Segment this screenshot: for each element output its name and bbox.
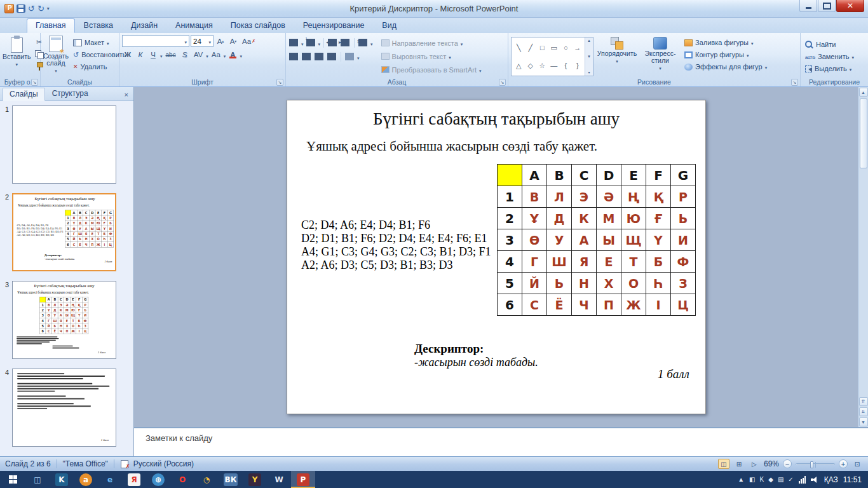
tray-update-icon[interactable]: ✓ (788, 476, 793, 483)
slide-thumbnail-2[interactable]: Бүгінгі сабақтың тақырыбын ашу Ұяшық адр… (12, 193, 116, 271)
letter-cell[interactable]: Ц (671, 294, 696, 316)
letter-cell[interactable]: Ь (671, 208, 696, 229)
letter-cell[interactable]: І (646, 294, 671, 316)
letter-cell[interactable]: З (671, 273, 696, 294)
bold-button[interactable]: Ж (122, 49, 133, 60)
text-direction-button[interactable]: Направление текста (379, 37, 484, 49)
minimize-button[interactable] (799, 0, 817, 12)
underline-button[interactable]: Ч (147, 49, 159, 60)
slide-subtitle[interactable]: Ұяшық адресі бойынша жасырын сөзді табу … (306, 139, 597, 154)
chrome-browser-icon[interactable]: ◔ (194, 471, 219, 488)
slides-tab[interactable]: Слайды (3, 88, 45, 101)
descriptor-block[interactable]: Дескриптор: -жасырын сөзді табады. (414, 342, 538, 369)
zoom-out-button[interactable]: − (783, 459, 792, 468)
shape-icon-7[interactable]: ◇ (528, 62, 533, 70)
row-header-cell[interactable]: 5 (498, 273, 522, 294)
decrease-indent-icon[interactable] (327, 37, 338, 48)
letter-cell[interactable]: П (597, 294, 621, 316)
letter-cell[interactable]: Ш (547, 251, 572, 273)
shape-effects-button[interactable]: Эффекты для фигур (682, 61, 769, 72)
people-app-icon[interactable]: ◫ (25, 471, 50, 488)
previous-slide-button[interactable]: ⇈ (859, 397, 868, 406)
letter-cell[interactable]: Ұ (522, 208, 547, 229)
letter-cell[interactable]: В (522, 186, 547, 208)
column-header-cell[interactable]: E (621, 165, 646, 186)
paragraph-dialog-launcher[interactable]: ↘ (499, 79, 506, 86)
slide-sorter-button[interactable]: ⊞ (733, 459, 745, 469)
shape-icon-6[interactable]: △ (516, 62, 521, 70)
fit-to-window-button[interactable]: ⊡ (851, 459, 863, 469)
paste-button[interactable]: Вставить (3, 35, 31, 72)
letter-cell[interactable]: Ф (671, 251, 696, 273)
letter-cell[interactable]: У (547, 229, 572, 251)
hidden-icons-button[interactable]: ▲ (738, 476, 744, 483)
zoom-slider-thumb[interactable] (810, 461, 813, 468)
letter-cell[interactable]: Л (547, 186, 572, 208)
opera-browser-icon[interactable]: O (170, 471, 194, 488)
shape-icon-11[interactable]: } (576, 62, 579, 69)
vertical-scrollbar[interactable]: ▲ ⇈ ⇊ ▼ (858, 87, 868, 427)
align-center-icon[interactable] (301, 51, 312, 62)
vk-app-icon[interactable]: ВК (219, 471, 243, 488)
letter-cell[interactable]: Е (597, 251, 621, 273)
align-text-button[interactable]: Выровнять текст (379, 50, 484, 62)
font-color-button[interactable]: А (227, 49, 238, 60)
row-header-cell[interactable]: 2 (498, 208, 522, 229)
letter-cell[interactable]: Н (572, 273, 597, 294)
letter-cell[interactable]: Щ (621, 229, 646, 251)
letter-cell[interactable]: Д (547, 208, 572, 229)
letter-cell[interactable]: О (621, 273, 646, 294)
slideshow-button[interactable]: ▷ (749, 459, 760, 469)
letter-cell[interactable]: Г (522, 251, 547, 273)
zoom-in-button[interactable]: + (839, 459, 848, 468)
tray-sync-icon[interactable]: ◆ (768, 476, 773, 483)
zoom-slider[interactable] (796, 463, 835, 465)
shape-icon-5[interactable]: → (574, 44, 581, 51)
align-left-icon[interactable] (288, 51, 299, 62)
replace-button[interactable]: Заменить (803, 51, 865, 62)
scrollbar-thumb[interactable] (860, 98, 867, 168)
ribbon-tab-2[interactable]: Дизайн (122, 18, 166, 33)
align-right-icon[interactable] (314, 51, 325, 62)
k-app-icon[interactable]: K (50, 471, 74, 488)
letter-cell[interactable]: И (671, 229, 696, 251)
select-button[interactable]: Выделить (803, 63, 865, 74)
notes-area[interactable]: Заметки к слайду (134, 427, 868, 456)
column-header-cell[interactable]: F (646, 165, 671, 186)
globe-browser-icon[interactable]: ⊕ (146, 471, 170, 488)
bullets-icon[interactable] (288, 37, 299, 48)
network-icon[interactable] (799, 476, 806, 484)
shape-outline-button[interactable]: Контур фигуры (682, 49, 769, 60)
letter-cell[interactable]: Х (597, 273, 621, 294)
next-slide-button[interactable]: ⇊ (859, 407, 868, 416)
column-header-cell[interactable]: D (597, 165, 621, 186)
letter-cell[interactable]: А (572, 229, 597, 251)
tray-display-icon[interactable]: ◧ (749, 476, 755, 483)
letter-cell[interactable]: Қ (646, 186, 671, 208)
row-header-cell[interactable]: 1 (498, 186, 522, 208)
italic-button[interactable]: К (135, 49, 146, 60)
shapes-scroll-down-icon[interactable]: ▼ (587, 55, 591, 58)
grow-font-button[interactable]: А (215, 36, 226, 47)
start-button[interactable] (0, 471, 25, 488)
shape-fill-button[interactable]: Заливка фигуры (682, 37, 769, 48)
change-case-button[interactable]: Аа (210, 49, 222, 60)
slide-thumbnail-3[interactable]: Бүгінгі сабақтың тақырыбын ашуҰяшық адре… (12, 281, 116, 359)
shrink-font-button[interactable]: А (227, 36, 239, 47)
audio-app-icon[interactable]: a (74, 471, 98, 488)
font-name-select[interactable] (122, 35, 189, 47)
letter-cell[interactable]: Ң (621, 186, 646, 208)
column-header-cell[interactable]: A (522, 165, 547, 186)
new-slide-button[interactable]: Создать слайд (43, 35, 69, 74)
slide-canvas[interactable]: Бүгінгі сабақтың тақырыбын ашу Ұяшық адр… (287, 100, 706, 414)
letter-cell[interactable]: Ч (572, 294, 597, 316)
shapes-gallery[interactable]: ╲╱□▭○→△◇☆—{} ▲ ▼ ▾ (511, 37, 593, 76)
slide-thumbnail-1[interactable] (12, 105, 116, 184)
shapes-gallery-scrollbar[interactable]: ▲ ▼ ▾ (585, 37, 593, 76)
tray-battery-icon[interactable]: ▤ (778, 476, 783, 483)
column-header-cell[interactable]: C (572, 165, 597, 186)
letter-cell[interactable]: Ө (522, 229, 547, 251)
letter-cell[interactable]: Ё (547, 294, 572, 316)
language-indicator[interactable]: Русский (Россия) (133, 459, 194, 468)
font-size-select[interactable]: 24 (191, 35, 214, 47)
